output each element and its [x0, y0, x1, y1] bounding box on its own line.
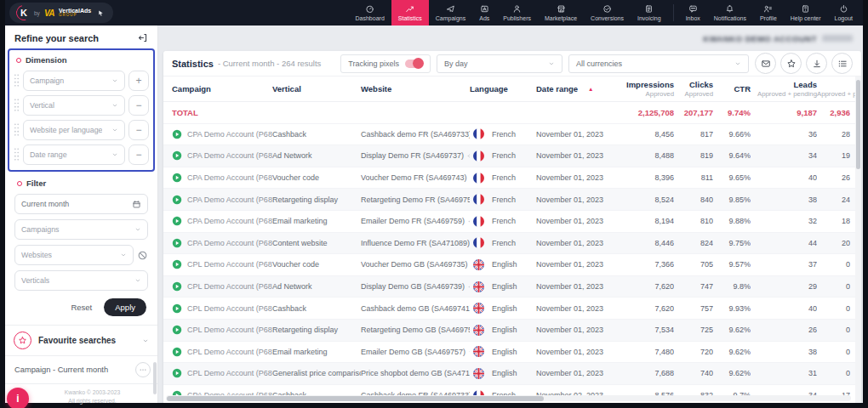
drag-handle-icon[interactable]: [14, 146, 20, 163]
dimension-row: Vertical −: [14, 95, 149, 116]
nav-help-center[interactable]: Help center: [784, 0, 828, 26]
cursor-icon: [97, 9, 105, 17]
column-header-clicks[interactable]: Clicks Approved: [674, 80, 713, 98]
collapse-sidebar-icon[interactable]: [137, 32, 148, 43]
column-header-language[interactable]: Language: [470, 84, 536, 94]
column-header-vertical[interactable]: Vertical: [272, 84, 361, 94]
date-filter-input[interactable]: Current month: [14, 194, 148, 214]
dimension-select-vertical[interactable]: Vertical: [23, 95, 125, 116]
reset-button[interactable]: Reset: [71, 303, 92, 312]
vertical-scrollbar-thumb[interactable]: [856, 80, 860, 169]
nav-dashboard[interactable]: Dashboard: [349, 0, 391, 26]
remove-dimension-button[interactable]: −: [128, 95, 149, 116]
nav-publishers[interactable]: Publishers: [496, 0, 538, 26]
chevron-down-icon: [111, 127, 118, 133]
table-row[interactable]: CPL Demo Account (P68235) Ad Network Dis…: [163, 276, 861, 298]
favourite-button[interactable]: [780, 53, 802, 74]
status-active-icon: [172, 129, 182, 139]
table-row[interactable]: CPL Demo Account (P68235) Email marketin…: [163, 342, 861, 364]
table-row[interactable]: CPA Demo Account (P68233) Email marketin…: [163, 211, 861, 233]
nav-invoicing[interactable]: Invoicing: [631, 0, 668, 26]
table-row[interactable]: CPA Demo Account (P68233) Cashback Cashb…: [163, 124, 861, 146]
filter-row: Verticals: [14, 270, 148, 291]
drag-handle-icon[interactable]: [14, 97, 20, 114]
filter-placeholder: Verticals: [21, 276, 49, 285]
nav-divider: [673, 4, 674, 21]
nav-notifications[interactable]: Notifications: [707, 0, 753, 26]
campaign-cell: CPA Demo Account (P68233): [172, 238, 272, 248]
horizontal-scrollbar-thumb[interactable]: [167, 396, 544, 401]
leads-cell: 31: [751, 369, 817, 377]
column-header-website[interactable]: Website: [361, 84, 470, 94]
dimension-select-campaign[interactable]: Campaign: [23, 71, 125, 91]
table-row[interactable]: CPL Demo Account (P68235) Generalist pri…: [163, 363, 861, 385]
column-header-campaign[interactable]: Campaign: [172, 84, 272, 94]
favourite-searches-toggle[interactable]: Favourite searches: [5, 326, 157, 355]
dimension-select-website-per-language[interactable]: Website per language: [23, 120, 125, 140]
nav-campaigns[interactable]: Campaigns: [429, 0, 472, 26]
table-row[interactable]: CPL Demo Account (P68235) Cashback Cashb…: [163, 298, 861, 320]
column-subheader: Approved + pending: [751, 90, 817, 98]
column-header-date-range[interactable]: Date range▲: [536, 84, 620, 94]
sidebar-footer: i Kwanko © 2003-2023 All rights reserved…: [5, 384, 157, 408]
filter-select-websites[interactable]: Websites: [14, 245, 134, 265]
main-nav: Dashboard Statistics Campaigns Ads Publi…: [349, 0, 668, 26]
status-active-icon: [172, 325, 182, 335]
nav-profile[interactable]: Profile: [753, 0, 784, 26]
group-by-select[interactable]: By day: [437, 54, 562, 73]
table-header: Campaign Vertical Website Language Date …: [163, 76, 861, 102]
website-cell: Influence Demo FR (SA471089): [361, 238, 470, 247]
remove-dimension-button[interactable]: −: [128, 120, 149, 140]
download-icon: [812, 59, 822, 69]
columns-button[interactable]: [831, 53, 853, 74]
table-row[interactable]: CPA Demo Account (P68233) Content websit…: [163, 233, 861, 255]
favourite-search-item[interactable]: Campaign - Current month: [5, 356, 157, 384]
leads-cell: 38: [751, 196, 817, 204]
ctr-cell: 9.75%: [713, 239, 751, 247]
drag-handle-icon[interactable]: [14, 72, 20, 89]
currency-select[interactable]: All currencies: [568, 54, 749, 73]
remove-dimension-button[interactable]: −: [128, 144, 149, 165]
ellipsis-menu-button[interactable]: [135, 362, 151, 377]
top-navigation: Dashboard Statistics Campaigns Ads Publi…: [349, 0, 863, 26]
tracking-pixels-toggle[interactable]: [405, 60, 423, 68]
table-row[interactable]: CPL Demo Account (P68235) Voucher code V…: [163, 254, 861, 276]
website-cell: Price shopbot demo GB (SA471093): [361, 369, 470, 378]
nav-label: Marketplace: [545, 15, 577, 21]
page-title: Statistics: [172, 59, 214, 69]
download-button[interactable]: [806, 53, 827, 74]
column-header-leads[interactable]: Leads Approved + pending: [751, 80, 817, 98]
filter-select-verticals[interactable]: Verticals: [14, 270, 148, 291]
drag-handle-icon[interactable]: [14, 122, 20, 139]
website-name: Retargeting Demo FR (SA469753): [361, 196, 470, 204]
status-active-icon: [172, 216, 182, 226]
email-button[interactable]: [755, 53, 776, 74]
nav-conversions[interactable]: Conversions: [584, 0, 631, 26]
table-row[interactable]: CPL Demo Account (P68235) Retargeting di…: [163, 320, 861, 342]
apply-button[interactable]: Apply: [104, 298, 146, 316]
exclude-ban-icon[interactable]: [137, 250, 148, 261]
add-dimension-button[interactable]: +: [128, 71, 149, 91]
table-row[interactable]: CPA Demo Account (P68233) Ad Network Dis…: [163, 145, 861, 167]
info-button[interactable]: i: [7, 388, 29, 408]
kwanko-logo[interactable]: K by VA VerticalAds GROUP: [9, 3, 113, 23]
sales-cell: 0: [817, 260, 850, 269]
column-header-impressions[interactable]: Impressions Approved: [620, 80, 674, 98]
website-name: Emailer Demo GB (SA469757): [361, 348, 465, 356]
dashboard-icon: [365, 4, 374, 14]
nav-statistics[interactable]: Statistics: [391, 0, 429, 26]
dimension-select-date-range[interactable]: Date range: [23, 144, 125, 165]
nav-inbox[interactable]: Inbox: [679, 0, 707, 26]
sort-asc-icon: ▲: [588, 86, 593, 92]
campaign-cell: CPL Demo Account (P68235): [172, 368, 272, 378]
column-header-ctr[interactable]: CTR: [713, 84, 751, 94]
table-row[interactable]: CPA Demo Account (P68233) Retargeting di…: [163, 189, 861, 211]
nav-ads[interactable]: Ads: [472, 0, 496, 26]
dimension-row: Campaign +: [14, 71, 149, 91]
nav-marketplace[interactable]: Marketplace: [538, 0, 584, 26]
dimension-value: Website per language: [30, 126, 102, 134]
table-row[interactable]: CPA Demo Account (P68233) Voucher code V…: [163, 167, 861, 190]
nav-logout[interactable]: Logout: [828, 0, 859, 26]
filter-select-campaigns[interactable]: Campaigns: [14, 219, 148, 240]
filter-selects: Campaigns Websites Verticals: [14, 219, 148, 291]
